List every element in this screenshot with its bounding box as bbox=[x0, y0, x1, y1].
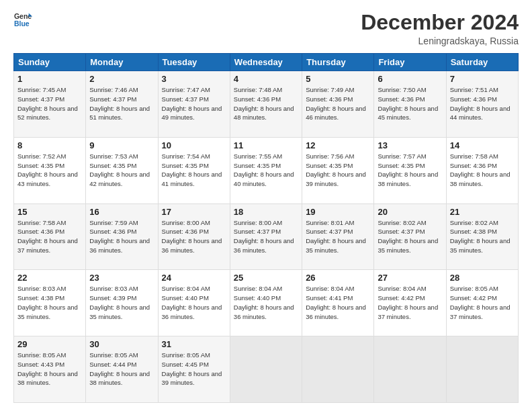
empty-cell bbox=[446, 336, 518, 403]
col-saturday: Saturday bbox=[446, 54, 518, 71]
table-row: 5 Sunrise: 7:49 AMSunset: 4:36 PMDayligh… bbox=[302, 71, 374, 138]
empty-cell bbox=[302, 336, 374, 403]
table-row: 20 Sunrise: 8:02 AMSunset: 4:37 PMDaylig… bbox=[374, 203, 446, 270]
table-row: 30 Sunrise: 8:05 AMSunset: 4:44 PMDaylig… bbox=[86, 336, 158, 403]
table-row: 23 Sunrise: 8:03 AMSunset: 4:39 PMDaylig… bbox=[86, 270, 158, 336]
calendar-week-row: 15 Sunrise: 7:58 AMSunset: 4:36 PMDaylig… bbox=[14, 203, 519, 270]
table-row: 10 Sunrise: 7:54 AMSunset: 4:35 PMDaylig… bbox=[158, 137, 230, 203]
table-row: 26 Sunrise: 8:04 AMSunset: 4:41 PMDaylig… bbox=[302, 270, 374, 336]
table-row: 19 Sunrise: 8:01 AMSunset: 4:37 PMDaylig… bbox=[302, 203, 374, 270]
col-wednesday: Wednesday bbox=[230, 54, 302, 71]
header: General Blue December 2024 Leningradskay… bbox=[13, 11, 519, 46]
col-sunday: Sunday bbox=[14, 54, 86, 71]
calendar-header-row: Sunday Monday Tuesday Wednesday Thursday… bbox=[14, 54, 519, 71]
calendar-week-row: 8 Sunrise: 7:52 AMSunset: 4:35 PMDayligh… bbox=[14, 137, 519, 203]
calendar-table: Sunday Monday Tuesday Wednesday Thursday… bbox=[13, 53, 519, 403]
table-row: 13 Sunrise: 7:57 AMSunset: 4:35 PMDaylig… bbox=[374, 137, 446, 203]
table-row: 22 Sunrise: 8:03 AMSunset: 4:38 PMDaylig… bbox=[14, 270, 86, 336]
subtitle: Leningradskaya, Russia bbox=[361, 36, 519, 46]
page: General Blue December 2024 Leningradskay… bbox=[0, 0, 532, 411]
table-row: 21 Sunrise: 8:02 AMSunset: 4:38 PMDaylig… bbox=[446, 203, 518, 270]
col-friday: Friday bbox=[374, 54, 446, 71]
col-tuesday: Tuesday bbox=[158, 54, 230, 71]
table-row: 7 Sunrise: 7:51 AMSunset: 4:36 PMDayligh… bbox=[446, 71, 518, 138]
table-row: 9 Sunrise: 7:53 AMSunset: 4:35 PMDayligh… bbox=[86, 137, 158, 203]
col-monday: Monday bbox=[86, 54, 158, 71]
calendar-week-row: 22 Sunrise: 8:03 AMSunset: 4:38 PMDaylig… bbox=[14, 270, 519, 336]
table-row: 2 Sunrise: 7:46 AMSunset: 4:37 PMDayligh… bbox=[86, 71, 158, 138]
calendar-week-row: 1 Sunrise: 7:45 AMSunset: 4:37 PMDayligh… bbox=[14, 71, 519, 138]
table-row: 16 Sunrise: 7:59 AMSunset: 4:36 PMDaylig… bbox=[86, 203, 158, 270]
title-block: December 2024 Leningradskaya, Russia bbox=[361, 11, 519, 46]
table-row: 6 Sunrise: 7:50 AMSunset: 4:36 PMDayligh… bbox=[374, 71, 446, 138]
table-row: 24 Sunrise: 8:04 AMSunset: 4:40 PMDaylig… bbox=[158, 270, 230, 336]
table-row: 18 Sunrise: 8:00 AMSunset: 4:37 PMDaylig… bbox=[230, 203, 302, 270]
table-row: 25 Sunrise: 8:04 AMSunset: 4:40 PMDaylig… bbox=[230, 270, 302, 336]
calendar-week-row: 29 Sunrise: 8:05 AMSunset: 4:43 PMDaylig… bbox=[14, 336, 519, 403]
table-row: 8 Sunrise: 7:52 AMSunset: 4:35 PMDayligh… bbox=[14, 137, 86, 203]
table-row: 27 Sunrise: 8:04 AMSunset: 4:42 PMDaylig… bbox=[374, 270, 446, 336]
logo: General Blue bbox=[13, 11, 32, 30]
table-row: 17 Sunrise: 8:00 AMSunset: 4:36 PMDaylig… bbox=[158, 203, 230, 270]
logo-icon: General Blue bbox=[13, 11, 32, 30]
table-row: 15 Sunrise: 7:58 AMSunset: 4:36 PMDaylig… bbox=[14, 203, 86, 270]
table-row: 4 Sunrise: 7:48 AMSunset: 4:36 PMDayligh… bbox=[230, 71, 302, 138]
empty-cell bbox=[374, 336, 446, 403]
table-row: 31 Sunrise: 8:05 AMSunset: 4:45 PMDaylig… bbox=[158, 336, 230, 403]
table-row: 11 Sunrise: 7:55 AMSunset: 4:35 PMDaylig… bbox=[230, 137, 302, 203]
table-row: 29 Sunrise: 8:05 AMSunset: 4:43 PMDaylig… bbox=[14, 336, 86, 403]
col-thursday: Thursday bbox=[302, 54, 374, 71]
table-row: 28 Sunrise: 8:05 AMSunset: 4:42 PMDaylig… bbox=[446, 270, 518, 336]
main-title: December 2024 bbox=[361, 11, 519, 34]
table-row: 3 Sunrise: 7:47 AMSunset: 4:37 PMDayligh… bbox=[158, 71, 230, 138]
table-row: 1 Sunrise: 7:45 AMSunset: 4:37 PMDayligh… bbox=[14, 71, 86, 138]
svg-text:Blue: Blue bbox=[14, 19, 30, 28]
table-row: 12 Sunrise: 7:56 AMSunset: 4:35 PMDaylig… bbox=[302, 137, 374, 203]
table-row: 14 Sunrise: 7:58 AMSunset: 4:36 PMDaylig… bbox=[446, 137, 518, 203]
empty-cell bbox=[230, 336, 302, 403]
